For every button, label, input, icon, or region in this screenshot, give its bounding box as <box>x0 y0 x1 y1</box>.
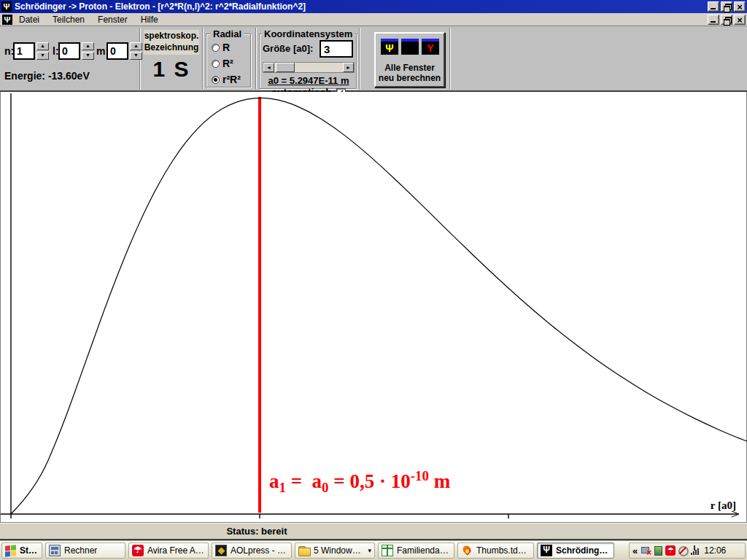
a0-value: a0 = 5.2947E-11 m <box>260 75 357 86</box>
table-icon <box>382 545 393 556</box>
curve <box>11 98 747 514</box>
l-spin-down-icon[interactable] <box>82 52 94 60</box>
scroll-right-icon[interactable] <box>343 63 354 72</box>
toolbar-separator <box>359 28 360 89</box>
scrollbar-track[interactable] <box>274 63 343 72</box>
taskbar: Start Rechner Avira Free Anti... AOLpres… <box>0 540 747 560</box>
l-spin-up-icon[interactable] <box>82 42 94 50</box>
blank-window-icon <box>401 39 419 55</box>
child-close-button[interactable] <box>734 15 746 25</box>
avira-tray-icon[interactable] <box>665 545 676 556</box>
window-icons <box>381 39 439 55</box>
aolpress-icon <box>215 545 227 556</box>
system-tray: « 12:06 <box>629 542 746 559</box>
title-bar: Schrödinger -> Proton - Elektron - [r^2*… <box>0 0 747 13</box>
radio-icon[interactable] <box>212 60 220 68</box>
taskbar-button-aolpress[interactable]: AOLpress - [Pr... <box>212 542 292 559</box>
plot-area: 012r [a0] a1 = a0 = 0,5 · 10-10 m <box>0 92 747 522</box>
menu-hilfe[interactable]: Hilfe <box>134 14 165 26</box>
network-disconnected-icon[interactable] <box>640 545 651 556</box>
document-psi-icon[interactable] <box>2 15 12 25</box>
koordinatensystem-groupbox: Koordinatensystem Größe [a0]: a0 = 5.294… <box>259 34 357 89</box>
menu-teilchen[interactable]: Teilchen <box>46 14 91 26</box>
child-restore-button[interactable] <box>721 15 732 25</box>
size-label: Größe [a0]: <box>263 43 313 54</box>
start-button[interactable]: Start <box>1 542 42 559</box>
n-spinner <box>36 42 49 60</box>
flame-icon <box>461 545 473 556</box>
taskbar-button-windows-explorer-group[interactable]: 5 Windows E... ▾ <box>295 542 375 559</box>
menu-bar: Datei Teilchen Fenster Hilfe <box>0 13 747 26</box>
taskbar-button-schroedinger[interactable]: Schrödinger -... <box>537 542 614 559</box>
status-bar: Status: bereit <box>0 522 747 540</box>
close-button[interactable] <box>734 1 746 12</box>
n-spin-down-icon[interactable] <box>36 52 49 60</box>
toolbar: n: l: m: Energie: -13.60eV spektroskop. … <box>0 26 747 92</box>
signal-strength-icon[interactable] <box>690 545 700 556</box>
avira-icon <box>132 545 144 556</box>
taskbar-button-thumbs[interactable]: Thumbs.td4 in ... <box>457 542 534 559</box>
calculator-icon <box>49 545 61 556</box>
n-spin-up-icon[interactable] <box>36 42 49 50</box>
spectro-label: spektroskop. Bezeichnung <box>144 30 199 55</box>
window-title: Schrödinger -> Proton - Elektron - [r^2*… <box>15 1 306 12</box>
tray-clock: 12:06 <box>704 545 726 556</box>
psi-yellow-icon <box>381 39 398 55</box>
psi-icon <box>541 545 552 556</box>
child-minimize-button[interactable] <box>708 15 719 25</box>
radial-groupbox: Radial R R² r²R² <box>206 34 251 88</box>
menu-fenster[interactable]: Fenster <box>91 14 134 26</box>
scroll-left-icon[interactable] <box>263 63 274 72</box>
minimize-button[interactable] <box>708 1 719 12</box>
toolbar-separator <box>202 28 204 89</box>
group-dropdown-icon[interactable]: ▾ <box>368 547 371 554</box>
radio-icon[interactable] <box>212 44 220 52</box>
blocked-icon[interactable] <box>678 545 688 556</box>
app-psi-icon <box>1 1 12 12</box>
taskbar-button-avira[interactable]: Avira Free Anti... <box>128 542 209 559</box>
restore-button[interactable] <box>721 1 732 12</box>
l-input[interactable] <box>58 42 80 60</box>
recalc-label: Alle Fenster neu berechnen <box>376 63 444 83</box>
folder-icon <box>298 545 310 556</box>
device-icon[interactable] <box>653 545 663 556</box>
scrollbar-thumb[interactable] <box>276 63 295 72</box>
m-spinner <box>130 42 142 60</box>
taskbar-button-rechner[interactable]: Rechner <box>45 542 125 559</box>
tray-chevron-icon[interactable]: « <box>632 545 638 556</box>
radio-option-r2R2[interactable]: r²R² <box>212 74 241 85</box>
taskbar-button-familiendaten[interactable]: Familiendaten.... <box>378 542 454 559</box>
y-red-icon <box>422 39 439 55</box>
radio-icon[interactable] <box>212 76 220 84</box>
toolbar-separator <box>255 28 257 89</box>
l-spinner <box>82 42 94 60</box>
radio-option-R[interactable]: R <box>212 42 230 53</box>
recalculate-all-button[interactable]: Alle Fenster neu berechnen <box>374 32 445 88</box>
m-spin-up-icon[interactable] <box>130 42 142 50</box>
m-input[interactable] <box>107 42 128 60</box>
size-scrollbar[interactable] <box>263 62 355 73</box>
status-text: Status: bereit <box>0 526 514 537</box>
windows-logo-icon <box>5 545 16 557</box>
m-spin-down-icon[interactable] <box>130 52 142 60</box>
radial-function-chart: 012r [a0] <box>1 92 747 522</box>
size-input[interactable] <box>320 40 353 58</box>
radio-option-R2[interactable]: R² <box>212 58 233 69</box>
koord-legend: Koordinatensystem <box>262 28 355 39</box>
x-axis-label: r [a0] <box>711 499 736 511</box>
annotation: a1 = a0 = 0,5 · 10-10 m <box>269 468 450 496</box>
n-input[interactable] <box>13 42 35 60</box>
menu-datei[interactable]: Datei <box>12 14 46 26</box>
toolbar-separator <box>449 28 451 89</box>
energy-label: Energie: -13.60eV <box>4 70 90 82</box>
spectro-value: 1 S <box>144 57 199 82</box>
radial-legend: Radial <box>211 28 244 39</box>
